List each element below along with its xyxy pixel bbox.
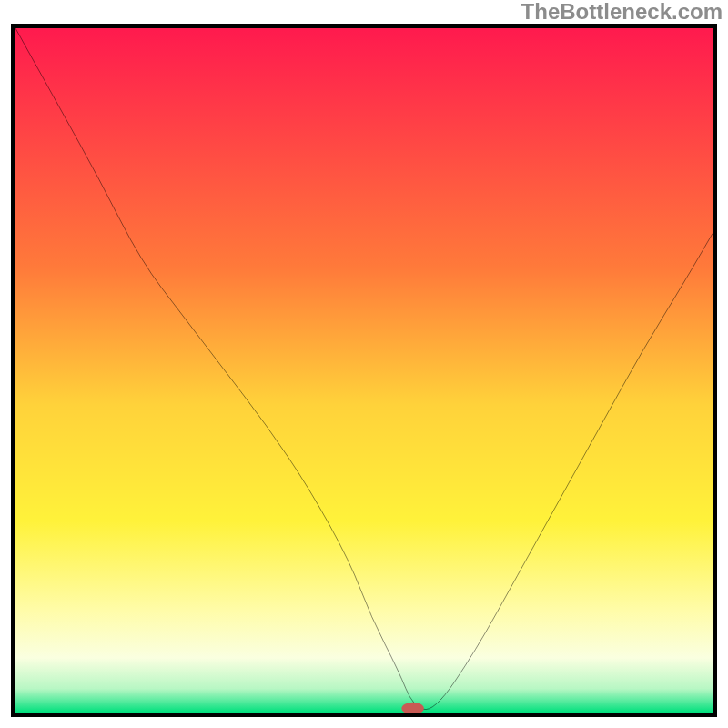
chart-svg	[15, 28, 713, 713]
chart-background	[15, 28, 713, 713]
watermark-text: TheBottleneck.com	[521, 0, 723, 24]
chart-frame	[11, 24, 717, 717]
